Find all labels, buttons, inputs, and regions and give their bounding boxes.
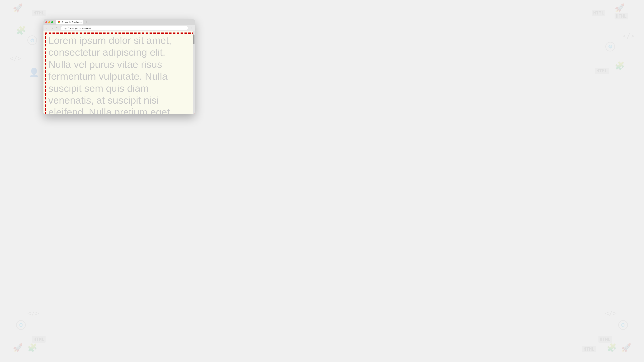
circle-icon-2: 🌐 [605,42,615,51]
chrome-favicon [58,21,60,23]
maximize-button[interactable] [51,21,53,23]
refresh-button[interactable]: ↻ [55,26,60,30]
rocket-icon-4: 🚀 [621,343,631,352]
circle-icon-3: 🌐 [16,320,26,330]
active-tab[interactable]: Chrome for Developers [56,20,84,24]
address-text: https://developer.chrome.com/ [63,27,186,29]
scrollbar[interactable] [193,31,195,114]
code-icon-3: </> [27,310,39,317]
puzzle-icon-2: 🧩 [615,61,625,70]
html-badge-1: HTML [32,10,46,16]
html-badge-3: HTML [614,13,628,19]
traffic-lights [46,21,53,23]
circle-icon-4: 🌐 [618,320,628,330]
webpage-content: Lorem ipsum dolor sit amet, consectetur … [44,31,195,114]
html-badge-2: HTML [592,10,605,16]
tab-area: Chrome for Developers + [56,19,193,25]
lorem-ipsum-text: Lorem ipsum dolor sit amet, consectetur … [44,31,195,114]
circle-icon-1: 🌐 [27,35,37,45]
rocket-icon-3: 🚀 [13,343,23,352]
rocket-icon-1: 🚀 [13,3,23,12]
menu-button[interactable]: ⋮ [189,26,194,30]
code-icon-1: </> [10,55,21,62]
puzzle-icon-4: 🧩 [607,343,617,352]
html-badge-4: HTML [595,67,608,74]
address-bar[interactable]: https://developer.chrome.com/ [61,26,188,30]
title-bar: Chrome for Developers + [44,19,195,25]
puzzle-icon-1: 🧩 [16,26,26,35]
scrollbar-thumb[interactable] [193,34,194,44]
person-icon-1: 👤 [29,67,39,77]
minimize-button[interactable] [48,21,50,23]
code-icon-2: </> [623,32,634,39]
puzzle-icon-3: 🧩 [27,343,37,352]
svg-point-2 [58,22,59,22]
new-tab-button[interactable]: + [84,20,88,24]
back-button[interactable]: ← [45,26,49,30]
html-badge-6: HTML [598,336,612,343]
close-button[interactable] [46,21,47,23]
nav-bar: ← → ↻ https://developer.chrome.com/ ⋮ [44,25,195,31]
html-badge-7: HTML [582,346,596,352]
browser-window: Chrome for Developers + ← → ↻ https://de… [44,19,195,114]
code-icon-4: </> [605,310,617,317]
forward-button[interactable]: → [50,26,54,30]
tab-title: Chrome for Developers [62,21,82,23]
html-badge-5: HTML [32,336,46,343]
rocket-icon-2: 🚀 [615,3,625,12]
